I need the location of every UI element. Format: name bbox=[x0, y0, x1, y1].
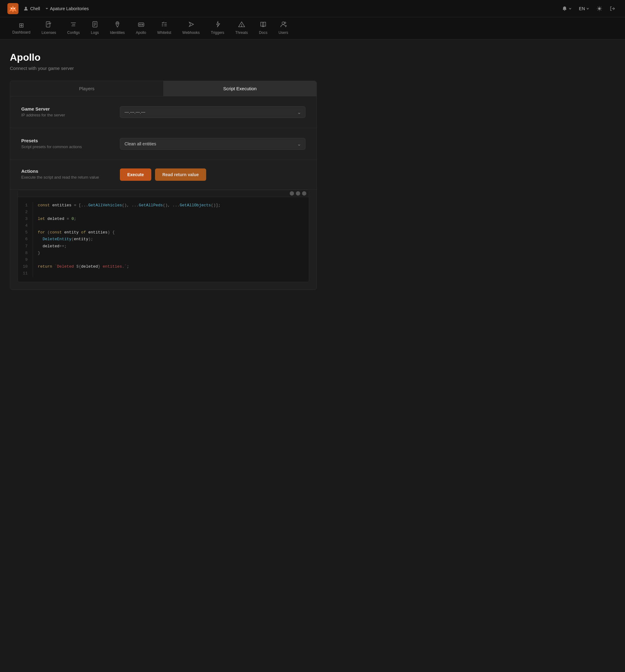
identities-icon bbox=[114, 21, 121, 29]
svg-point-2 bbox=[14, 8, 15, 9]
tab-bar: Players Script Execution bbox=[10, 81, 317, 96]
language-label: EN bbox=[579, 6, 585, 11]
game-server-label-group: Game Server IP address for the server bbox=[21, 106, 108, 117]
game-server-control: ---.---.---.--- bbox=[120, 106, 305, 118]
org-label: Apature Laboritories bbox=[50, 6, 89, 11]
logs-label: Logs bbox=[91, 30, 99, 35]
presets-label: Presets bbox=[21, 138, 108, 143]
game-server-section: Game Server IP address for the server --… bbox=[10, 96, 317, 128]
svg-point-4 bbox=[598, 7, 601, 10]
dashboard-icon: ⊞ bbox=[19, 22, 24, 29]
language-button[interactable]: EN bbox=[577, 4, 592, 13]
docs-icon bbox=[260, 21, 267, 29]
sidebar-item-users[interactable]: Users bbox=[274, 17, 293, 39]
presets-select-wrapper: Clean all entities Get all players Resta… bbox=[120, 138, 305, 150]
actions-section: Actions Execute the script and read the … bbox=[10, 160, 317, 190]
tab-script-execution[interactable]: Script Execution bbox=[163, 81, 317, 96]
actions-label: Actions bbox=[21, 168, 108, 174]
svg-point-3 bbox=[25, 7, 27, 9]
theme-button[interactable] bbox=[594, 4, 605, 13]
sidebar-item-webhooks[interactable]: Webhooks bbox=[178, 17, 205, 39]
sidebar-item-whitelist[interactable]: Whitelist bbox=[152, 17, 176, 39]
read-return-button[interactable]: Read return value bbox=[155, 168, 206, 181]
game-server-description: IP address for the server bbox=[21, 113, 108, 117]
whitelist-label: Whitelist bbox=[157, 30, 171, 35]
svg-point-33 bbox=[241, 26, 242, 26]
code-toolbar-btn-1[interactable] bbox=[290, 191, 294, 196]
code-body: 1 2 3 4 5 6 7 8 9 10 11 const entities =… bbox=[18, 197, 309, 282]
user-label: Chell bbox=[30, 6, 40, 11]
sun-icon bbox=[597, 6, 602, 11]
game-server-select[interactable]: ---.---.---.--- bbox=[120, 106, 305, 118]
actions-description: Execute the script and read the return v… bbox=[21, 175, 108, 179]
svg-line-9 bbox=[598, 7, 598, 7]
users-label: Users bbox=[279, 30, 288, 35]
presets-description: Script presets for common actions bbox=[21, 144, 108, 149]
presets-section: Presets Script presets for common action… bbox=[10, 128, 317, 160]
docs-label: Docs bbox=[259, 30, 267, 35]
apollo-icon bbox=[138, 21, 144, 29]
code-line-6: DeleteEntity(entity); bbox=[38, 236, 304, 243]
code-line-10: return `Deleted ${deleted} entities.`; bbox=[38, 263, 304, 270]
notifications-button[interactable] bbox=[559, 4, 574, 13]
code-line-2 bbox=[38, 209, 304, 216]
actions-control: Execute Read return value bbox=[120, 168, 305, 181]
triggers-icon bbox=[214, 21, 221, 29]
tab-players[interactable]: Players bbox=[10, 81, 163, 96]
sidebar-item-apollo[interactable]: Apollo bbox=[131, 17, 151, 39]
logo-icon bbox=[7, 3, 19, 14]
logout-button[interactable] bbox=[607, 4, 618, 13]
whitelist-icon bbox=[161, 21, 168, 29]
lang-chevron-icon bbox=[586, 7, 589, 10]
webhooks-label: Webhooks bbox=[182, 30, 200, 35]
svg-point-20 bbox=[116, 23, 118, 24]
code-line-3: let deleted = 0; bbox=[38, 216, 304, 222]
code-toolbar-btn-2[interactable] bbox=[296, 191, 300, 196]
code-line-9 bbox=[38, 257, 304, 263]
main-content: Apollo Connect with your game server Pla… bbox=[0, 40, 327, 302]
page-subtitle: Connect with your game server bbox=[10, 66, 317, 71]
users-icon bbox=[280, 21, 286, 29]
code-line-11 bbox=[38, 270, 304, 277]
svg-line-12 bbox=[598, 10, 598, 10]
sidebar-item-logs[interactable]: Logs bbox=[86, 17, 104, 39]
code-lines[interactable]: const entities = [...GetAllVehicles(), .… bbox=[33, 202, 309, 277]
presets-label-group: Presets Script presets for common action… bbox=[21, 138, 108, 149]
code-line-8: } bbox=[38, 250, 304, 257]
code-toolbar-btn-3[interactable] bbox=[302, 191, 306, 196]
sidebar-item-docs[interactable]: Docs bbox=[254, 17, 272, 39]
presets-select[interactable]: Clean all entities Get all players Resta… bbox=[120, 138, 305, 150]
sidebar-item-licenses[interactable]: Licenses bbox=[37, 17, 61, 39]
user-menu[interactable]: Chell bbox=[23, 6, 40, 11]
code-line-7: deleted++; bbox=[38, 243, 304, 250]
svg-line-11 bbox=[601, 7, 601, 7]
presets-control: Clean all entities Get all players Resta… bbox=[120, 138, 305, 150]
svg-line-10 bbox=[601, 10, 601, 10]
org-menu[interactable]: Apature Laboritories bbox=[45, 6, 89, 11]
apollo-card: Players Script Execution Game Server IP … bbox=[10, 81, 317, 290]
apollo-label: Apollo bbox=[136, 30, 146, 35]
action-buttons: Execute Read return value bbox=[120, 168, 305, 181]
sidebar-item-identities[interactable]: Identities bbox=[105, 17, 130, 39]
sidebar-item-triggers[interactable]: Triggers bbox=[206, 17, 229, 39]
threats-icon bbox=[238, 21, 245, 29]
code-line-1: const entities = [...GetAllVehicles(), .… bbox=[38, 202, 304, 209]
page-title: Apollo bbox=[10, 52, 317, 63]
dashboard-label: Dashboard bbox=[12, 30, 30, 34]
licenses-label: Licenses bbox=[42, 30, 56, 35]
sidebar-item-configs[interactable]: Configs bbox=[62, 17, 85, 39]
webhooks-icon bbox=[188, 21, 194, 29]
chevron-down-small-icon bbox=[569, 7, 572, 10]
identities-label: Identities bbox=[110, 30, 125, 35]
chevron-down-icon bbox=[45, 7, 49, 10]
svg-marker-30 bbox=[189, 22, 193, 26]
svg-point-1 bbox=[11, 8, 12, 9]
actions-label-group: Actions Execute the script and read the … bbox=[21, 168, 108, 179]
bell-icon bbox=[562, 6, 568, 11]
logs-icon bbox=[92, 21, 98, 29]
sidebar-item-dashboard[interactable]: ⊞ Dashboard bbox=[7, 18, 36, 39]
code-line-4 bbox=[38, 222, 304, 229]
triggers-label: Triggers bbox=[211, 30, 224, 35]
execute-button[interactable]: Execute bbox=[120, 168, 151, 181]
sidebar-item-threats[interactable]: Threats bbox=[231, 17, 253, 39]
